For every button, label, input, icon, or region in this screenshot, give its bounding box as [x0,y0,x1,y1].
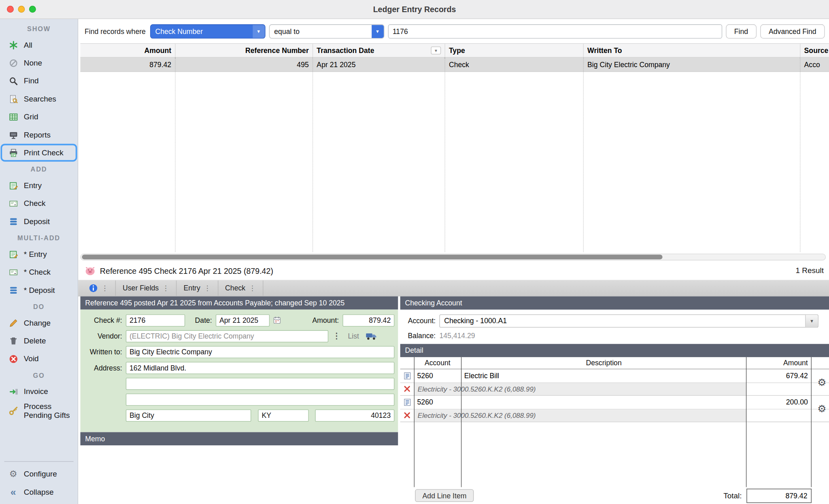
drag-handle-icon[interactable] [249,284,256,292]
pencil-icon [8,318,19,328]
find-field-value: Check Number [151,27,253,35]
sidebar-item-invoice[interactable]: Invoice [0,383,78,400]
sidebar-item-multi-entry[interactable]: * Entry [0,245,78,263]
sidebar-section-do: DO [0,299,78,314]
amount-input[interactable] [342,314,394,326]
sidebar-item-label: * Check [24,268,51,277]
sidebar-item-configure[interactable]: ⚙ Configure [0,465,78,483]
drag-handle-icon[interactable] [162,284,169,292]
allocation-text[interactable]: Electricity - 3000.5260.K.K2 (6,088.99) [414,383,747,395]
address-line2-input[interactable] [126,377,395,390]
find-field-select[interactable]: Check Number ▾ [150,24,265,38]
sidebar-item-print-check[interactable]: Print Check [0,144,77,161]
address-line3-input[interactable] [126,393,395,405]
allocation-text[interactable]: Electricity - 3000.5260.K.K2 (6,088.99) [414,409,747,421]
sidebar-item-reports[interactable]: Reports [0,126,78,144]
find-operator-value: equal to [270,27,372,35]
sidebar-item-delete[interactable]: Delete [0,332,78,349]
red-x-icon[interactable] [400,409,414,421]
line-item-gear-icon[interactable] [817,404,826,414]
info-tab[interactable] [86,280,116,296]
sidebar-item-searches[interactable]: Searches [0,90,78,108]
find-value-input[interactable] [388,24,722,38]
tab-check[interactable]: Check [218,280,263,296]
column-header-amount[interactable]: Amount [81,44,176,57]
column-header-type[interactable]: Type [445,44,584,57]
find-button[interactable]: Find [726,24,757,38]
balance-value: 145,414.29 [439,332,475,340]
drag-handle-icon[interactable] [204,284,211,292]
kebab-dots-icon[interactable] [333,331,341,341]
vendor-list-label[interactable]: List [348,332,359,340]
sort-menu-chevron-icon[interactable]: ▾ [431,47,441,55]
chevron-down-icon: ▾ [372,25,384,38]
line-item-gear-icon[interactable] [817,377,826,388]
check-number-input[interactable] [126,314,185,326]
void-icon [8,354,19,364]
tab-user-fields[interactable]: User Fields [116,280,177,296]
sidebar-item-deposit[interactable]: Deposit [0,212,78,230]
tab-entry[interactable]: Entry [177,280,219,296]
results-table-empty-area [81,72,829,252]
find-operator-select[interactable]: equal to ▾ [269,24,384,38]
city-input[interactable] [126,409,251,421]
sidebar-item-collapse[interactable]: « Collapse [0,483,78,501]
scrollbar-thumb[interactable] [82,254,662,259]
ledger-list-icon[interactable] [400,372,414,380]
zip-input[interactable] [315,409,394,421]
sidebar-item-change[interactable]: Change [0,314,78,332]
window-title: Ledger Entry Records [0,5,829,14]
results-table-header: Amount Reference Number Transaction Date… [81,44,829,57]
tab-label: User Fields [123,284,159,292]
line-item-description[interactable]: Electric Bill [461,372,746,380]
column-header-written-to[interactable]: Written To [584,44,801,57]
line-item-amount[interactable]: 679.42 [746,372,812,380]
gear-icon: ⚙ [8,469,19,479]
status-bar: Reference 495 Check 2176 Apr 21 2025 (87… [78,261,829,280]
sidebar-item-label: Entry [24,181,42,190]
line-item-account[interactable]: 5260 [414,398,461,406]
vendor-input[interactable] [126,330,328,342]
horizontal-scrollbar[interactable] [81,253,826,260]
add-line-item-button[interactable]: Add Line Item [415,489,474,502]
sidebar-item-label: * Deposit [24,286,55,294]
sidebar-item-label: Delete [24,337,46,345]
red-x-icon[interactable] [400,383,414,395]
sidebar-item-entry[interactable]: Entry [0,176,78,194]
account-select[interactable]: Checking - 1000.A1 ▾ [439,314,818,327]
column-header-transaction-date[interactable]: Transaction Date ▾ [313,44,445,57]
checking-account-pane: Checking Account Account: Checking - 100… [400,296,829,504]
sidebar-item-check[interactable]: Check [0,195,78,212]
memo-header-bar: Memo [81,432,398,445]
written-to-input[interactable] [126,346,395,358]
sidebar-item-label: Change [24,318,51,327]
address-line1-input[interactable] [126,362,395,374]
column-header-source[interactable]: Source [800,44,829,57]
total-value: 879.42 [746,489,812,503]
column-header-reference-number[interactable]: Reference Number [176,44,313,57]
truck-icon[interactable] [366,332,377,340]
calendar-icon[interactable] [273,316,281,324]
ledger-list-icon[interactable] [400,398,414,406]
date-input[interactable] [216,314,270,326]
line-item-row: 5260 200.00 [400,396,829,409]
line-item-amount[interactable]: 200.00 [746,398,812,406]
sidebar-item-void[interactable]: Void [0,350,78,368]
state-input[interactable] [258,409,308,421]
table-row-selected[interactable]: 879.42 495 Apr 21 2025 Check Big City El… [81,57,829,72]
drag-handle-icon[interactable] [102,284,108,292]
record-summary: Reference 495 Check 2176 Apr 21 2025 (87… [100,266,273,275]
sidebar-item-label: Searches [24,94,56,103]
sidebar-item-all[interactable]: All [0,36,78,54]
sidebar-item-find[interactable]: Find [0,72,78,90]
sidebar-item-none[interactable]: None [0,54,78,72]
sidebar-item-multi-check[interactable]: * Check [0,263,78,281]
advanced-find-button[interactable]: Advanced Find [760,24,825,38]
sidebar-item-grid[interactable]: Grid [0,108,78,125]
sidebar-item-process-pending-gifts[interactable]: Process Pending Gifts [0,400,78,421]
allocation-row: Electricity - 3000.5260.K.K2 (6,088.99) [400,409,829,422]
line-item-account[interactable]: 5260 [414,372,461,380]
memo-input[interactable] [81,445,398,504]
find-records-where-label: Find records where [85,27,146,35]
sidebar-item-multi-deposit[interactable]: * Deposit [0,281,78,299]
